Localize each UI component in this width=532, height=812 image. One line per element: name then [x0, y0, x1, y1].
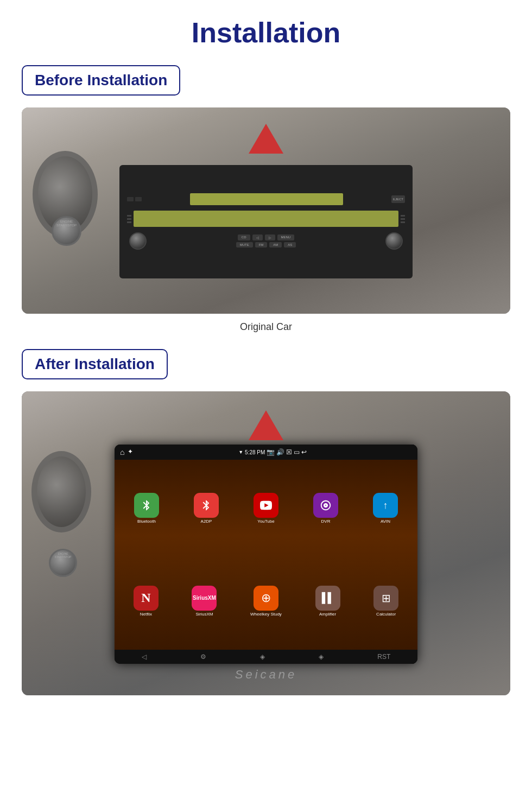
- app-avin[interactable]: ↑ AVIN: [373, 493, 398, 524]
- app-amplifier[interactable]: ▌▌ Amplifier: [315, 586, 340, 617]
- seicane-brand-label: Seicane: [235, 668, 297, 682]
- wheelkey-app-label: Wheelkey Study: [250, 612, 282, 617]
- nav-icon: ✦: [128, 448, 133, 456]
- before-installation-image: EJECT: [22, 107, 510, 314]
- nav-media-icon[interactable]: ◈: [260, 653, 265, 661]
- android-status-bar: ⌂ ✦ ▼ 5:28 PM 📷 🔊 ☒ ▭ ↩: [115, 445, 417, 460]
- ignition-key-before: ENGINESTART/STOP: [52, 216, 81, 246]
- page-wrapper: Installation Before Installation EJEC: [0, 0, 532, 725]
- siriusxm-app-label: SiriusXM: [195, 612, 213, 617]
- android-home-screen: Bluetooth A2DP: [115, 460, 417, 649]
- before-caption: Original Car: [22, 321, 510, 333]
- dvr-app-icon: [313, 493, 338, 518]
- nav-back-icon[interactable]: ◁: [142, 653, 147, 661]
- android-head-unit-screen: ⌂ ✦ ▼ 5:28 PM 📷 🔊 ☒ ▭ ↩: [115, 445, 417, 663]
- app-dvr[interactable]: DVR: [313, 493, 338, 524]
- app-bluetooth[interactable]: Bluetooth: [134, 493, 159, 524]
- ignition-key-after: ENGINESTART/STOP: [49, 549, 77, 577]
- avin-app-label: AVIN: [381, 519, 390, 524]
- amplifier-app-icon: ▌▌: [315, 586, 340, 611]
- calculator-app-icon: ⊞: [373, 586, 398, 611]
- apps-row-2: N Netflix SiriusXM SiriusXM ⊕ Wheelkey S…: [117, 556, 415, 646]
- app-youtube[interactable]: YouTube: [254, 493, 278, 524]
- android-nav-bar: ◁ ⚙ ◈ ◈ RST: [115, 650, 417, 664]
- nav-reset-icon[interactable]: RST: [377, 653, 390, 661]
- app-a2dp[interactable]: A2DP: [194, 493, 219, 524]
- youtube-app-icon: [254, 493, 278, 518]
- a2dp-app-label: A2DP: [201, 519, 212, 524]
- nav-gear-icon[interactable]: ⚙: [200, 653, 206, 661]
- a2dp-app-icon: [194, 493, 219, 518]
- before-installation-label: Before Installation: [22, 65, 180, 96]
- app-calculator[interactable]: ⊞ Calculator: [373, 586, 398, 617]
- app-wheelkey[interactable]: ⊕ Wheelkey Study: [250, 586, 282, 617]
- page-title: Installation: [22, 11, 510, 49]
- calculator-app-label: Calculator: [376, 612, 396, 617]
- after-installation-label: After Installation: [22, 349, 168, 379]
- bluetooth-app-label: Bluetooth: [137, 519, 156, 524]
- youtube-app-label: YouTube: [257, 519, 274, 524]
- original-radio-unit: EJECT: [119, 165, 413, 278]
- home-icon[interactable]: ⌂: [120, 448, 124, 456]
- netflix-app-icon: N: [134, 586, 159, 611]
- amplifier-app-label: Amplifier: [319, 612, 336, 617]
- app-netflix[interactable]: N Netflix: [134, 586, 159, 617]
- wheelkey-app-icon: ⊕: [254, 586, 278, 611]
- dvr-app-label: DVR: [321, 519, 331, 524]
- hazard-triangle-before: [249, 124, 283, 154]
- status-bar-center: ▼ 5:28 PM 📷 🔊 ☒ ▭ ↩: [238, 448, 307, 456]
- app-siriusxm[interactable]: SiriusXM SiriusXM: [192, 586, 217, 617]
- nav-phone-icon[interactable]: ◈: [319, 653, 324, 661]
- siriusxm-app-icon: SiriusXM: [192, 586, 217, 611]
- avin-app-icon: ↑: [373, 493, 398, 518]
- steering-wheel-after: [31, 451, 91, 532]
- after-installation-image: ENGINESTART/STOP ⌂ ✦ ▼ 5:28 PM 📷 🔊 ☒: [22, 391, 510, 695]
- apps-row-1: Bluetooth A2DP: [117, 463, 415, 554]
- hazard-triangle-after: [249, 410, 283, 440]
- netflix-app-label: Netflix: [140, 612, 152, 617]
- bluetooth-app-icon: [134, 493, 159, 518]
